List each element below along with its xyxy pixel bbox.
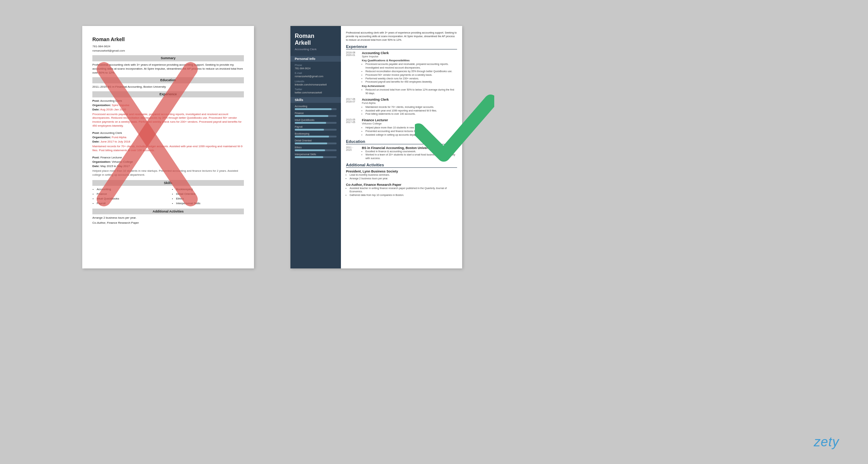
activity-society: President, Lynn Business Society Lead bi… bbox=[346, 170, 457, 180]
personal-info-header: Personal Info bbox=[290, 56, 341, 62]
linkedin-label: LinkedIn bbox=[295, 80, 337, 83]
exp-desc-1: Maintained records for 70+ clients, incl… bbox=[92, 145, 244, 153]
right-name: Roman Arkell bbox=[295, 32, 337, 46]
right-edu-header: Education bbox=[346, 139, 457, 144]
right-summary: Professional accounting clerk with 3+ ye… bbox=[346, 31, 457, 41]
experience-header: Experience bbox=[92, 91, 244, 97]
exp-post-0: Post: Accounting Clerk bbox=[92, 99, 244, 103]
left-phone: 781-984-9624 bbox=[92, 44, 244, 48]
skill-item: Finance bbox=[97, 192, 165, 197]
right-job-0: 2018-08 2020-01 Accounting Clerk Spire I… bbox=[346, 51, 457, 95]
right-activities-header: Additional Activities bbox=[346, 163, 457, 168]
skill-interpersonal: Interpersonal Skills bbox=[295, 153, 337, 158]
skill-finance: Finance bbox=[295, 112, 337, 117]
exp-block-2: Post: Finance Lecturer Organization: Vir… bbox=[92, 156, 244, 177]
skill-bookkeeping: Bookkeeping bbox=[295, 132, 337, 137]
exp-date-1: Date: June 2017 to July 2018 bbox=[92, 140, 244, 144]
skill-quickbooks: Intuit QuickBooks bbox=[295, 119, 337, 124]
skills-col2: Bookkeeping Detail Oriented Ethics Inter… bbox=[172, 187, 244, 206]
summary-header: Summary bbox=[92, 55, 244, 61]
exp-post-2: Post: Finance Lecturer bbox=[92, 156, 244, 160]
skill-accounting: Accounting bbox=[295, 105, 337, 110]
skills-header: Skills bbox=[290, 97, 341, 103]
right-exp-header: Experience bbox=[346, 44, 457, 49]
skill-item: Bookkeeping bbox=[176, 187, 244, 192]
phone-label: Phone bbox=[295, 64, 337, 66]
right-education: 2011 - 2015 BS in Financial Accounting, … bbox=[346, 146, 457, 160]
skill-detail: Detail Oriented bbox=[295, 139, 337, 144]
email-label: E-mail bbox=[295, 72, 337, 74]
skills-col1: Accounting Finance Intuit QuickBooks Pay… bbox=[92, 187, 165, 206]
activity-1: Co-Author, Finance Research Paper bbox=[92, 221, 244, 225]
twitter-value: twitter.com/romanzarkell bbox=[295, 91, 337, 94]
skill-item: Intuit QuickBooks bbox=[97, 197, 165, 201]
skills-cols: Accounting Finance Intuit QuickBooks Pay… bbox=[92, 187, 244, 206]
twitter-label: Twitter bbox=[295, 88, 337, 91]
skill-payroll: Payroll bbox=[295, 126, 337, 131]
exp-desc-0: Processed accounts payable and receivabl… bbox=[92, 113, 244, 128]
right-job-2: 2015-05 2017-05 Finance Lecturer Virtuos… bbox=[346, 118, 457, 136]
activities-header: Additional Activities bbox=[92, 209, 244, 215]
skill-item: Interpersonal Skills bbox=[176, 201, 244, 206]
exp-org-1: Organization: Fund Alpha bbox=[92, 135, 244, 140]
exp-org-2: Organization: Virtuoso College bbox=[92, 160, 244, 164]
right-title: Accounting Clerk bbox=[295, 48, 337, 51]
education-header: Education bbox=[92, 77, 244, 83]
skills-header: Skills bbox=[92, 180, 244, 186]
skills-list2: Bookkeeping Detail Oriented Ethics Inter… bbox=[172, 187, 244, 206]
left-email: romanzarkell@gmail.com bbox=[92, 49, 244, 53]
skill-item: Payroll bbox=[97, 201, 165, 206]
skills-list1: Accounting Finance Intuit QuickBooks Pay… bbox=[92, 187, 165, 206]
skill-item: Ethics bbox=[176, 197, 244, 201]
exp-org-0: Organization: Spire Impulse bbox=[92, 103, 244, 108]
summary-text: Professional accounting clerk with 3+ ye… bbox=[92, 63, 244, 75]
exp-date-2: Date: May 2015 to May 2017 bbox=[92, 164, 244, 168]
activity-0: Arrange 2 business tours per year. bbox=[92, 216, 244, 220]
linkedin-value: linkedin.com/in/romanzarkell bbox=[295, 83, 337, 86]
skill-item: Accounting bbox=[97, 187, 165, 192]
education-entry: 2011–2015 BS in Financial Accounting, Bo… bbox=[92, 85, 244, 89]
resume-left: Roman Arkell 781-984-9624 romanzarkell@g… bbox=[82, 26, 254, 268]
exp-block-0: Post: Accounting Clerk Organization: Spi… bbox=[92, 99, 244, 128]
exp-desc-2: Helped place more than 10 students in ne… bbox=[92, 169, 244, 177]
left-resume-name: Roman Arkell bbox=[92, 36, 244, 43]
activity-paper: Co-Author, Finance Research Paper Assist… bbox=[346, 183, 457, 197]
skill-ethics: Ethics bbox=[295, 146, 337, 151]
right-job-1: 2017-06 2018-07 Accounting Clerk Fund Al… bbox=[346, 98, 457, 116]
resume-main: Professional accounting clerk with 3+ ye… bbox=[341, 26, 462, 268]
skill-item: Detail Oriented bbox=[176, 192, 244, 197]
resume-right: Roman Arkell Accounting Clerk Personal I… bbox=[290, 26, 462, 268]
resume-sidebar: Roman Arkell Accounting Clerk Personal I… bbox=[290, 26, 341, 268]
zety-logo: zety bbox=[814, 434, 839, 450]
exp-post-1: Post: Accounting Clerk bbox=[92, 131, 244, 135]
email-value: romanzarkell@gmail.com bbox=[295, 75, 337, 78]
phone-value: 781-984-9624 bbox=[295, 67, 337, 70]
exp-date-0: Date: Aug 2018–Jan 2020 bbox=[92, 108, 244, 112]
exp-block-1: Post: Accounting Clerk Organization: Fun… bbox=[92, 131, 244, 153]
